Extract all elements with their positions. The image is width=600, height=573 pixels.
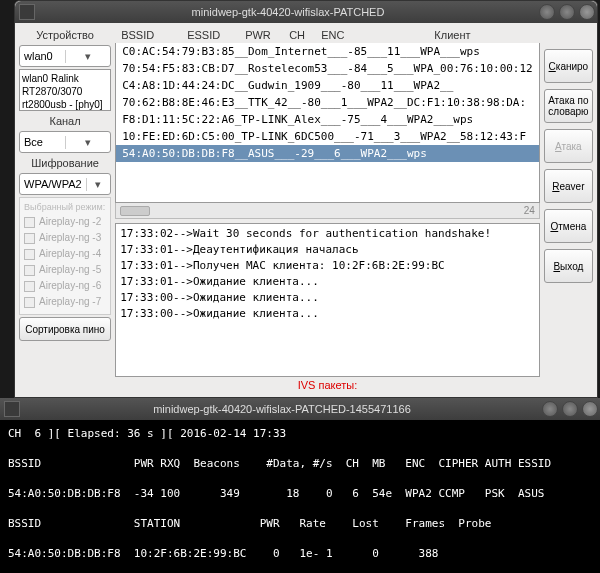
dictionary-attack-button[interactable]: Атака по словарю xyxy=(544,89,593,123)
device-list[interactable]: wlan0 Ralink RT2870/3070 rt2800usb - [ph… xyxy=(19,69,111,111)
sort-button[interactable]: Сортировка пино xyxy=(19,317,111,341)
chevron-down-icon[interactable]: ▾ xyxy=(65,136,111,149)
network-row[interactable]: 10:FE:ED:6D:C5:00_TP-LINK_6DC500___-71__… xyxy=(116,128,539,145)
device-select[interactable]: wlan0 ▾ xyxy=(19,45,111,67)
mode-check-2: Aireplay-ng -4 xyxy=(24,246,106,262)
ivs-label: IVS пакеты: xyxy=(115,377,540,393)
checkbox-icon xyxy=(24,297,35,308)
network-row[interactable]: F8:D1:11:5C:22:A6_TP-LINK_Alex___-75___4… xyxy=(116,111,539,128)
minimize-icon[interactable] xyxy=(539,4,555,20)
log-line: 17:33:00-->Ожидание клиента... xyxy=(120,306,535,322)
channel-label: Канал xyxy=(19,113,111,129)
maximize-icon[interactable] xyxy=(562,401,578,417)
network-row[interactable]: C0:AC:54:79:B3:85__Dom_Internet___-85___… xyxy=(116,43,539,60)
scroll-count: 24 xyxy=(524,205,535,216)
log-line: 17:33:02-->Wait 30 seconds for authentic… xyxy=(120,226,535,242)
mode-check-4: Aireplay-ng -6 xyxy=(24,278,106,294)
device-label: Устройство xyxy=(19,27,111,43)
titlebar[interactable]: minidwep-gtk-40420-wifislax-PATCHED xyxy=(15,1,597,23)
mode-check-1: Aireplay-ng -3 xyxy=(24,230,106,246)
left-panel: Устройство wlan0 ▾ wlan0 Ralink RT2870/3… xyxy=(19,27,111,393)
terminal-title: minidwep-gtk-40420-wifislax-PATCHED-1455… xyxy=(24,403,540,415)
network-header: BSSID ESSID PWR CH ENC Клиент xyxy=(115,27,540,43)
scan-button[interactable]: Сканиро xyxy=(544,49,593,83)
app-icon xyxy=(19,4,35,20)
chevron-down-icon[interactable]: ▾ xyxy=(86,178,110,191)
center-panel: BSSID ESSID PWR CH ENC Клиент C0:AC:54:7… xyxy=(115,27,540,393)
terminal-window: minidwep-gtk-40420-wifislax-PATCHED-1455… xyxy=(0,398,600,573)
mode-check-5: Aireplay-ng -7 xyxy=(24,294,106,310)
close-icon[interactable] xyxy=(582,401,598,417)
terminal-icon xyxy=(4,401,20,417)
chevron-down-icon[interactable]: ▾ xyxy=(65,50,111,63)
reaver-button[interactable]: Reaver xyxy=(544,169,593,203)
close-icon[interactable] xyxy=(579,4,595,20)
exit-button[interactable]: Выход xyxy=(544,249,593,283)
log-line: 17:33:01-->Получен MAC клиента: 10:2F:6B… xyxy=(120,258,535,274)
maximize-icon[interactable] xyxy=(559,4,575,20)
mode-panel: Выбранный режим: Aireplay-ng -2 Aireplay… xyxy=(19,197,111,315)
cancel-button[interactable]: Отмена xyxy=(544,209,593,243)
terminal-output[interactable]: CH 6 ][ Elapsed: 36 s ][ 2016-02-14 17:3… xyxy=(0,420,600,573)
checkbox-icon xyxy=(24,265,35,276)
log-line: 17:33:00-->Ожидание клиента... xyxy=(120,290,535,306)
attack-button[interactable]: Атака xyxy=(544,129,593,163)
app-window: minidwep-gtk-40420-wifislax-PATCHED Устр… xyxy=(14,0,598,398)
log-line: 17:33:01-->Ожидание клиента... xyxy=(120,274,535,290)
minimize-icon[interactable] xyxy=(542,401,558,417)
mode-check-0: Aireplay-ng -2 xyxy=(24,214,106,230)
network-row[interactable]: C4:A8:1D:44:24:DC__Gudwin_1909___-80___1… xyxy=(116,77,539,94)
log-line: 17:33:01-->Деаутентификация началась xyxy=(120,242,535,258)
checkbox-icon xyxy=(24,233,35,244)
scrollbar-thumb[interactable] xyxy=(120,206,150,216)
encryption-select[interactable]: WPA/WPA2 ▾ xyxy=(19,173,111,195)
checkbox-icon xyxy=(24,249,35,260)
right-panel: Сканиро Атака по словарю Атака Reaver От… xyxy=(544,27,593,393)
terminal-titlebar[interactable]: minidwep-gtk-40420-wifislax-PATCHED-1455… xyxy=(0,398,600,420)
checkbox-icon xyxy=(24,281,35,292)
network-list[interactable]: C0:AC:54:79:B3:85__Dom_Internet___-85___… xyxy=(115,43,540,203)
encryption-label: Шифрование xyxy=(19,155,111,171)
network-row[interactable]: 70:62:B8:8E:46:E3__TTK_42__-80___1___WPA… xyxy=(116,94,539,111)
mode-check-3: Aireplay-ng -5 xyxy=(24,262,106,278)
checkbox-icon xyxy=(24,217,35,228)
horizontal-scrollbar[interactable]: 24 xyxy=(115,203,540,219)
network-row[interactable]: 54:A0:50:DB:DB:F8__ASUS___-29___6___WPA2… xyxy=(116,145,539,162)
network-row[interactable]: 70:54:F5:83:CB:D7__Rostelecom53___-84___… xyxy=(116,60,539,77)
channel-select[interactable]: Все ▾ xyxy=(19,131,111,153)
window-title: minidwep-gtk-40420-wifislax-PATCHED xyxy=(39,6,537,18)
log-panel[interactable]: 17:33:02-->Wait 30 seconds for authentic… xyxy=(115,223,540,377)
